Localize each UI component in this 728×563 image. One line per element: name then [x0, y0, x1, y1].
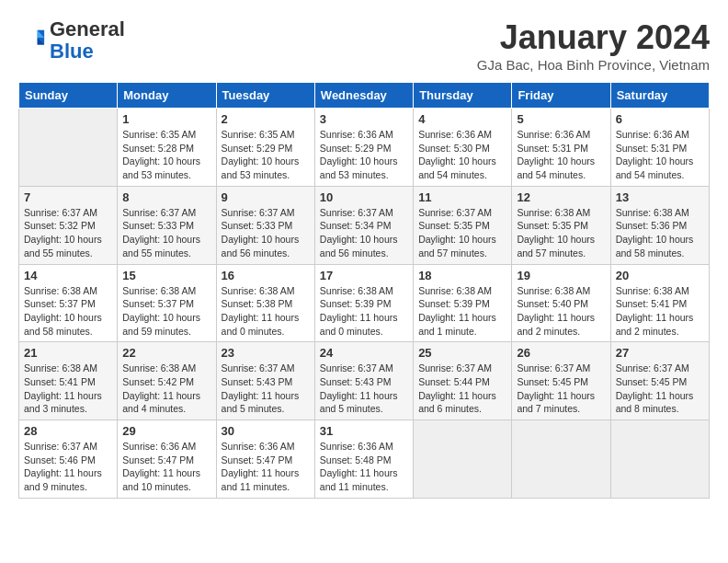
calendar-cell: 21Sunrise: 6:38 AMSunset: 5:41 PMDayligh… — [19, 342, 118, 420]
day-info: Sunrise: 6:38 AMSunset: 5:39 PMDaylight:… — [418, 284, 506, 339]
calendar-table: SundayMondayTuesdayWednesdayThursdayFrid… — [18, 82, 710, 499]
day-number: 18 — [418, 269, 506, 282]
calendar-cell — [414, 420, 512, 499]
calendar-cell: 24Sunrise: 6:37 AMSunset: 5:43 PMDayligh… — [314, 342, 413, 420]
logo-icon — [20, 26, 46, 52]
day-info: Sunrise: 6:37 AMSunset: 5:46 PMDaylight:… — [24, 440, 112, 494]
page-header: General Blue January 2024 GJa Bac, Hoa B… — [18, 18, 710, 73]
day-info: Sunrise: 6:37 AMSunset: 5:43 PMDaylight:… — [320, 362, 408, 416]
day-number: 3 — [320, 112, 408, 126]
day-number: 7 — [24, 190, 112, 204]
day-number: 29 — [122, 424, 210, 438]
calendar-cell — [610, 420, 709, 499]
weekday-header: Thursday — [414, 83, 512, 109]
calendar-cell: 10Sunrise: 6:37 AMSunset: 5:34 PMDayligh… — [314, 186, 413, 264]
day-info: Sunrise: 6:37 AMSunset: 5:45 PMDaylight:… — [517, 362, 605, 416]
day-number: 24 — [320, 346, 408, 360]
day-info: Sunrise: 6:37 AMSunset: 5:33 PMDaylight:… — [222, 206, 310, 260]
day-number: 8 — [122, 190, 210, 204]
calendar-cell: 8Sunrise: 6:37 AMSunset: 5:33 PMDaylight… — [118, 186, 216, 264]
calendar-cell — [512, 420, 610, 499]
day-info: Sunrise: 6:38 AMSunset: 5:39 PMDaylight:… — [320, 284, 408, 339]
day-info: Sunrise: 6:37 AMSunset: 5:35 PMDaylight:… — [418, 206, 506, 260]
day-info: Sunrise: 6:35 AMSunset: 5:29 PMDaylight:… — [222, 128, 310, 182]
calendar-cell: 11Sunrise: 6:37 AMSunset: 5:35 PMDayligh… — [414, 186, 512, 264]
calendar-cell: 3Sunrise: 6:36 AMSunset: 5:29 PMDaylight… — [314, 109, 413, 187]
calendar-cell: 19Sunrise: 6:38 AMSunset: 5:40 PMDayligh… — [512, 264, 610, 342]
logo: General Blue — [18, 18, 125, 63]
weekday-header: Tuesday — [216, 83, 314, 109]
day-number: 21 — [24, 346, 112, 360]
day-info: Sunrise: 6:36 AMSunset: 5:31 PMDaylight:… — [517, 128, 605, 182]
weekday-header: Monday — [118, 83, 216, 109]
day-info: Sunrise: 6:37 AMSunset: 5:43 PMDaylight:… — [222, 362, 310, 416]
day-number: 27 — [616, 346, 704, 360]
day-number: 13 — [616, 190, 704, 204]
day-info: Sunrise: 6:37 AMSunset: 5:45 PMDaylight:… — [616, 362, 704, 416]
calendar-cell: 16Sunrise: 6:38 AMSunset: 5:38 PMDayligh… — [216, 264, 314, 342]
day-info: Sunrise: 6:36 AMSunset: 5:47 PMDaylight:… — [222, 440, 310, 494]
calendar-cell — [19, 109, 118, 187]
day-info: Sunrise: 6:38 AMSunset: 5:41 PMDaylight:… — [616, 284, 704, 339]
calendar-cell: 1Sunrise: 6:35 AMSunset: 5:28 PMDaylight… — [118, 109, 216, 187]
calendar-cell: 7Sunrise: 6:37 AMSunset: 5:32 PMDaylight… — [19, 186, 118, 264]
day-number: 16 — [222, 269, 310, 282]
weekday-header: Wednesday — [314, 83, 413, 109]
day-number: 26 — [517, 346, 605, 360]
day-number: 2 — [222, 112, 310, 126]
month-title: January 2024 — [477, 18, 710, 57]
calendar-cell: 12Sunrise: 6:38 AMSunset: 5:35 PMDayligh… — [512, 186, 610, 264]
day-info: Sunrise: 6:38 AMSunset: 5:37 PMDaylight:… — [24, 284, 112, 339]
calendar-cell: 25Sunrise: 6:37 AMSunset: 5:44 PMDayligh… — [414, 342, 512, 420]
day-info: Sunrise: 6:36 AMSunset: 5:47 PMDaylight:… — [122, 440, 210, 494]
day-number: 14 — [24, 269, 112, 282]
day-number: 1 — [122, 112, 210, 126]
day-number: 12 — [517, 190, 605, 204]
calendar-cell: 5Sunrise: 6:36 AMSunset: 5:31 PMDaylight… — [512, 109, 610, 187]
day-info: Sunrise: 6:37 AMSunset: 5:34 PMDaylight:… — [320, 206, 408, 260]
day-number: 22 — [122, 346, 210, 360]
day-number: 5 — [517, 112, 605, 126]
day-number: 19 — [517, 269, 605, 282]
logo-general: General — [50, 17, 125, 40]
logo-blue: Blue — [50, 40, 94, 63]
day-number: 6 — [616, 112, 704, 126]
day-number: 30 — [222, 424, 310, 438]
weekday-header: Saturday — [610, 83, 709, 109]
calendar-cell: 23Sunrise: 6:37 AMSunset: 5:43 PMDayligh… — [216, 342, 314, 420]
day-number: 31 — [320, 424, 408, 438]
weekday-header: Friday — [512, 83, 610, 109]
calendar-cell: 29Sunrise: 6:36 AMSunset: 5:47 PMDayligh… — [118, 420, 216, 499]
day-number: 11 — [418, 190, 506, 204]
calendar-cell: 13Sunrise: 6:38 AMSunset: 5:36 PMDayligh… — [610, 186, 709, 264]
calendar-cell: 15Sunrise: 6:38 AMSunset: 5:37 PMDayligh… — [118, 264, 216, 342]
day-info: Sunrise: 6:38 AMSunset: 5:42 PMDaylight:… — [122, 362, 210, 416]
day-number: 28 — [24, 424, 112, 438]
day-info: Sunrise: 6:38 AMSunset: 5:41 PMDaylight:… — [24, 362, 112, 416]
day-number: 15 — [122, 269, 210, 282]
day-info: Sunrise: 6:38 AMSunset: 5:38 PMDaylight:… — [222, 284, 310, 339]
day-number: 9 — [222, 190, 310, 204]
day-info: Sunrise: 6:37 AMSunset: 5:33 PMDaylight:… — [122, 206, 210, 260]
weekday-header: Sunday — [19, 83, 118, 109]
calendar-cell: 30Sunrise: 6:36 AMSunset: 5:47 PMDayligh… — [216, 420, 314, 499]
calendar-cell: 26Sunrise: 6:37 AMSunset: 5:45 PMDayligh… — [512, 342, 610, 420]
title-block: January 2024 GJa Bac, Hoa Binh Province,… — [477, 18, 710, 73]
day-info: Sunrise: 6:36 AMSunset: 5:29 PMDaylight:… — [320, 128, 408, 182]
calendar-cell: 6Sunrise: 6:36 AMSunset: 5:31 PMDaylight… — [610, 109, 709, 187]
location-title: GJa Bac, Hoa Binh Province, Vietnam — [477, 57, 710, 73]
day-number: 20 — [616, 269, 704, 282]
day-info: Sunrise: 6:38 AMSunset: 5:37 PMDaylight:… — [122, 284, 210, 339]
calendar-cell: 17Sunrise: 6:38 AMSunset: 5:39 PMDayligh… — [314, 264, 413, 342]
calendar-cell: 14Sunrise: 6:38 AMSunset: 5:37 PMDayligh… — [19, 264, 118, 342]
day-info: Sunrise: 6:38 AMSunset: 5:40 PMDaylight:… — [517, 284, 605, 339]
calendar-cell: 9Sunrise: 6:37 AMSunset: 5:33 PMDaylight… — [216, 186, 314, 264]
day-info: Sunrise: 6:37 AMSunset: 5:32 PMDaylight:… — [24, 206, 112, 260]
calendar-cell: 28Sunrise: 6:37 AMSunset: 5:46 PMDayligh… — [19, 420, 118, 499]
day-info: Sunrise: 6:38 AMSunset: 5:36 PMDaylight:… — [616, 206, 704, 260]
day-number: 4 — [418, 112, 506, 126]
calendar-cell: 4Sunrise: 6:36 AMSunset: 5:30 PMDaylight… — [414, 109, 512, 187]
day-info: Sunrise: 6:37 AMSunset: 5:44 PMDaylight:… — [418, 362, 506, 416]
calendar-cell: 20Sunrise: 6:38 AMSunset: 5:41 PMDayligh… — [610, 264, 709, 342]
day-info: Sunrise: 6:38 AMSunset: 5:35 PMDaylight:… — [517, 206, 605, 260]
